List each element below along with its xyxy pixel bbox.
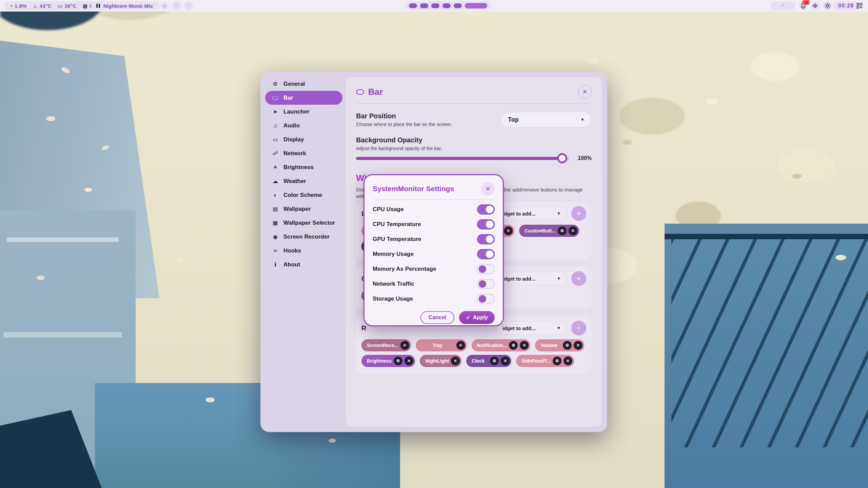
sun-icon <box>824 2 831 9</box>
widget-chip[interactable]: SidePanelT... ⚙ ✕ <box>516 355 574 367</box>
opacity-slider[interactable] <box>356 157 569 160</box>
widget-chip[interactable]: NightLight ✕ <box>420 355 461 367</box>
color-picker-pill[interactable]: ✐ <box>770 1 795 10</box>
cpu-temperature-toggle[interactable] <box>477 219 495 229</box>
cloud-icon: ☁ <box>272 178 279 184</box>
widget-chip[interactable]: Volume ⚙ ✕ <box>535 339 584 351</box>
toggle-label: Memory As Percentage <box>373 266 477 272</box>
bar-oval-icon <box>356 89 364 95</box>
image-icon: ▦ <box>272 220 279 226</box>
widget-settings-button[interactable]: ⚙ <box>563 341 572 350</box>
remove-widget-button[interactable]: ✕ <box>504 226 513 235</box>
sidebar-item-screen-recorder[interactable]: ◉Screen Recorder <box>265 230 342 244</box>
storage-usage-toggle[interactable] <box>477 294 495 304</box>
add-widget-button[interactable]: + <box>571 206 586 221</box>
memory-as-percentage-toggle[interactable] <box>477 264 495 274</box>
sidebar-item-brightness[interactable]: ☀Brightness <box>265 160 342 174</box>
sidebar-label: About <box>283 261 300 268</box>
add-widget-dropdown[interactable]: idget to add... ▼ <box>497 321 567 335</box>
sidebar-item-color-scheme[interactable]: ◐Color Scheme <box>265 188 342 202</box>
window-close-button[interactable]: ✕ <box>578 85 592 99</box>
remove-widget-button[interactable]: ✕ <box>564 357 572 365</box>
gpu-temperature-toggle[interactable] <box>477 234 495 244</box>
close-icon: ✕ <box>576 343 580 348</box>
remove-widget-button[interactable]: ✕ <box>574 341 583 350</box>
brightness-button[interactable] <box>823 1 832 10</box>
cancel-button[interactable]: Cancel <box>420 311 454 324</box>
top-bar: ◔1.8% ♨43°C ▭38°C ▦9.7G Nightcore Music … <box>0 0 868 12</box>
dialog-close-button[interactable]: ✕ <box>481 182 495 196</box>
notifications-button[interactable]: 10 <box>799 1 808 10</box>
widget-settings-button[interactable]: ⚙ <box>509 341 518 350</box>
widget-chip[interactable]: CustomButt... ⚙ ✕ <box>519 225 579 237</box>
widget-settings-button[interactable]: ⚙ <box>490 357 499 365</box>
memory-usage-toggle[interactable] <box>477 249 495 259</box>
sidebar-item-wallpaper[interactable]: ▤Wallpaper <box>265 202 342 216</box>
sidebar-item-audio[interactable]: ♫Audio <box>265 119 342 133</box>
paint-roller-icon: ▤ <box>272 206 279 212</box>
volume-button[interactable] <box>811 1 820 10</box>
speaker-icon <box>812 2 819 9</box>
workspace-dot[interactable] <box>431 3 439 8</box>
remove-widget-button[interactable]: ✕ <box>405 357 413 365</box>
workspace-dot[interactable] <box>454 3 462 8</box>
sidebar-item-display[interactable]: ▭Display <box>265 133 342 146</box>
widget-settings-button[interactable]: ⚙ <box>558 226 567 235</box>
widget-chip[interactable]: Notification... ⚙ ✕ <box>472 339 531 351</box>
sidebar-item-about[interactable]: ℹAbout <box>265 258 342 271</box>
skull-button[interactable]: ☠ <box>160 1 169 10</box>
bar-position-dropdown[interactable]: Top ▼ <box>501 112 592 127</box>
widget-chip[interactable]: ScreenReco... ✕ <box>361 339 411 351</box>
remove-widget-button[interactable]: ✕ <box>451 357 460 365</box>
workspace-active-indicator[interactable] <box>465 3 487 8</box>
plus-icon: + <box>576 323 581 333</box>
remove-widget-button[interactable]: ✕ <box>520 341 529 350</box>
sidebar-label: General <box>283 81 305 87</box>
widget-chip[interactable]: Clock ⚙ ✕ <box>466 355 511 367</box>
plus-icon: + <box>576 209 581 218</box>
clock-pill[interactable]: 00:28 <box>833 1 859 10</box>
sidebar-item-weather[interactable]: ☁Weather <box>265 174 342 188</box>
remove-widget-button[interactable]: ✕ <box>569 226 577 235</box>
add-widget-dropdown[interactable]: idget to add... ▼ <box>497 207 567 220</box>
sidebar-label: Screen Recorder <box>283 233 330 240</box>
remove-widget-button[interactable]: ✕ <box>501 357 510 365</box>
close-icon: ✕ <box>507 228 510 233</box>
widget-settings-button[interactable]: ⚙ <box>553 357 561 365</box>
sidebar-label: Wallpaper Selector <box>283 220 335 226</box>
gpu-temp-value: 38°C <box>64 3 77 9</box>
sidebar-item-wallpaper-selector[interactable]: ▦Wallpaper Selector <box>265 216 342 230</box>
widget-chip[interactable]: Brightness ⚙ ✕ <box>361 355 415 367</box>
sidebar-item-general[interactable]: ⚙General <box>265 77 342 91</box>
media-player-pill[interactable]: Nightcore Music Mix 20... <box>91 1 160 10</box>
workspace-switcher[interactable] <box>406 1 491 10</box>
description-fragment: wid <box>356 193 364 199</box>
dashboard-button[interactable] <box>855 1 864 10</box>
widget-settings-button[interactable]: ⚙ <box>394 357 402 365</box>
favorite-button[interactable]: ♡ <box>184 1 193 10</box>
widget-chip[interactable]: Tray ✕ <box>416 339 467 351</box>
sidebar-label: Hooks <box>283 247 301 254</box>
workspace-dot[interactable] <box>409 3 417 8</box>
add-widget-button[interactable]: + <box>571 321 586 336</box>
opacity-slider-knob[interactable] <box>557 153 567 163</box>
remove-widget-button[interactable]: ✕ <box>400 341 409 350</box>
workspace-dot[interactable] <box>442 3 451 8</box>
apply-button[interactable]: ✓Apply <box>459 311 495 324</box>
remove-widget-button[interactable]: ✕ <box>456 341 465 350</box>
sidebar-item-bar[interactable]: ◯Bar <box>265 91 342 105</box>
chevron-down-icon: ▼ <box>580 117 585 122</box>
network-traffic-toggle[interactable] <box>477 279 495 289</box>
add-widget-dropdown[interactable]: idget to add... ▼ <box>497 272 567 285</box>
sidebar-item-launcher[interactable]: ➤Launcher <box>265 105 342 119</box>
sidebar-label: Audio <box>283 122 300 129</box>
sidebar-item-hooks[interactable]: ∞Hooks <box>265 244 342 258</box>
workspace-dot[interactable] <box>420 3 428 8</box>
cpu-temp-value: 43°C <box>40 3 52 9</box>
sidebar-item-network[interactable]: ☍Network <box>265 146 342 160</box>
close-icon: ✕ <box>504 359 507 363</box>
add-widget-button[interactable]: + <box>571 271 586 286</box>
favorite-button[interactable]: ♡ <box>172 1 181 10</box>
cpu-usage-toggle[interactable] <box>477 204 495 215</box>
description-fragment: the add/remove buttons to manage <box>504 187 583 192</box>
